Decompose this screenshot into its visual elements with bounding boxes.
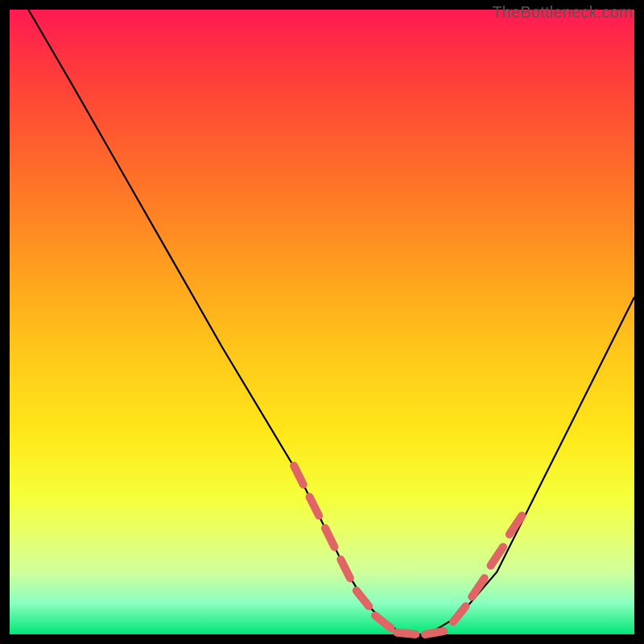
marker-dash (453, 606, 466, 621)
attribution-text: TheBottleneck.com (492, 3, 633, 22)
marker-dash (325, 528, 335, 547)
marker-dash (397, 633, 415, 634)
plot-area (10, 10, 634, 634)
marker-dash (357, 591, 369, 606)
marker-dash (310, 497, 320, 515)
marker-dash (510, 516, 522, 535)
curve-svg (10, 10, 634, 634)
marker-dash (472, 578, 485, 597)
highlight-markers (294, 466, 522, 635)
marker-dash (294, 466, 303, 485)
marker-dash (425, 631, 444, 634)
chart-frame: TheBottleneck.com (0, 0, 644, 644)
marker-dash (341, 559, 350, 578)
marker-dash (375, 616, 390, 629)
